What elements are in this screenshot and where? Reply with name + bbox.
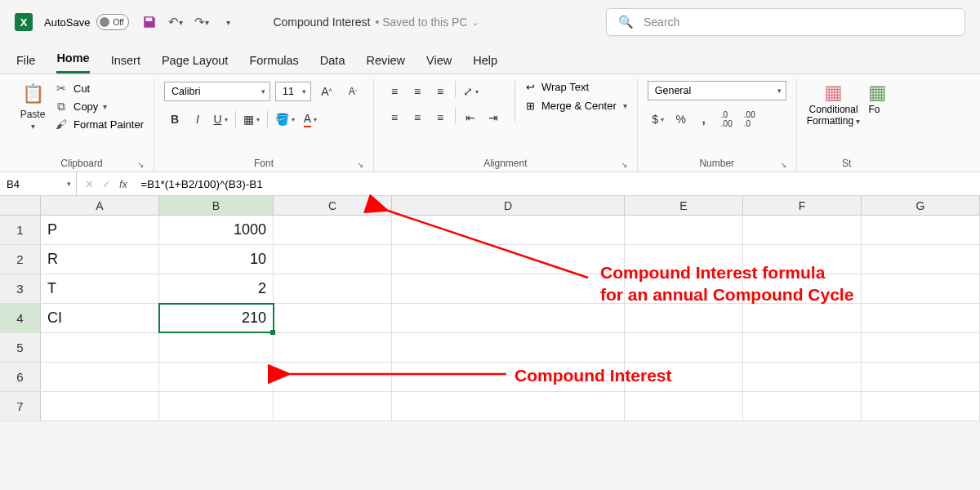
cell-D7[interactable] [392, 392, 625, 421]
search-input[interactable]: 🔍 Search [606, 8, 965, 36]
comma-style-button[interactable]: , [693, 109, 715, 130]
bold-button[interactable]: B [164, 109, 185, 130]
tab-home[interactable]: Home [56, 51, 89, 74]
wrap-text-button[interactable]: ↩Wrap Text [526, 81, 627, 93]
autosave-switch[interactable]: Off [96, 14, 129, 30]
cell-A5[interactable] [41, 333, 159, 362]
row-header-5[interactable]: 5 [0, 333, 41, 362]
cell-B3[interactable]: 2 [159, 274, 274, 303]
qat-customize-button[interactable]: ▾ [219, 13, 237, 31]
row-header-6[interactable]: 6 [0, 363, 41, 391]
autosave-toggle[interactable]: AutoSave Off [44, 14, 129, 30]
cell-B1[interactable]: 1000 [159, 216, 274, 244]
redo-button[interactable]: ↷▾ [193, 13, 211, 31]
document-title[interactable]: Compound Interest • Saved to this PC ⌵ [273, 16, 477, 29]
cell-D2[interactable] [392, 245, 625, 274]
row-header-3[interactable]: 3 [0, 274, 41, 303]
cell-B7[interactable] [159, 392, 274, 421]
cell-D4[interactable] [392, 304, 625, 332]
tab-formulas[interactable]: Formulas [249, 54, 298, 74]
cell-C7[interactable] [274, 392, 392, 421]
cell-A6[interactable] [41, 363, 159, 391]
cell-D5[interactable] [392, 333, 625, 362]
cell-B2[interactable]: 10 [159, 245, 274, 274]
cell-C2[interactable] [274, 245, 392, 274]
cell-E5[interactable] [625, 333, 743, 362]
border-button[interactable]: ▦ [240, 109, 263, 130]
cell-A1[interactable]: P [41, 216, 159, 244]
cell-G1[interactable] [862, 216, 980, 244]
font-name-combo[interactable]: Calibri [164, 82, 270, 101]
cell-A4[interactable]: CI [41, 304, 159, 332]
merge-center-button[interactable]: ⊞Merge & Center ▾ [526, 100, 627, 112]
row-header-7[interactable]: 7 [0, 392, 41, 421]
fill-handle[interactable] [270, 330, 275, 335]
increase-font-button[interactable]: A^ [316, 81, 337, 102]
format-painter-button[interactable]: 🖌Format Painter [54, 117, 144, 131]
orientation-button[interactable]: ⤢ [460, 81, 482, 102]
cell-G3[interactable] [862, 274, 980, 303]
undo-button[interactable]: ↶▾ [167, 13, 185, 31]
col-header-B[interactable]: B [159, 196, 274, 215]
cell-G4[interactable] [862, 304, 980, 332]
cell-B5[interactable] [159, 333, 274, 362]
col-header-E[interactable]: E [625, 196, 743, 215]
cell-A2[interactable]: R [41, 245, 159, 274]
formula-input[interactable]: =B1*(1+B2/100)^(B3)-B1 [136, 178, 268, 190]
tab-help[interactable]: Help [473, 54, 497, 74]
col-header-C[interactable]: C [274, 196, 392, 215]
name-box[interactable]: B4 [0, 172, 77, 195]
percent-button[interactable]: % [670, 109, 692, 130]
cell-F5[interactable] [743, 333, 862, 362]
cell-D3[interactable] [392, 274, 625, 303]
cell-F6[interactable] [743, 363, 862, 391]
increase-indent-button[interactable]: ⇥ [483, 107, 504, 128]
tab-page-layout[interactable]: Page Layout [162, 54, 228, 74]
cell-E7[interactable] [625, 392, 743, 421]
tab-file[interactable]: File [16, 54, 35, 74]
paste-button[interactable]: 📋 Paste ▾ [20, 81, 46, 131]
cut-button[interactable]: ✂Cut [54, 81, 144, 96]
tab-insert[interactable]: Insert [111, 54, 140, 74]
align-top-button[interactable]: ≡ [384, 81, 405, 102]
underline-button[interactable]: U [210, 109, 231, 130]
align-left-button[interactable]: ≡ [384, 107, 405, 128]
align-center-button[interactable]: ≡ [407, 107, 428, 128]
enter-formula-button[interactable]: ✓ [102, 178, 111, 190]
col-header-G[interactable]: G [862, 196, 980, 215]
font-size-combo[interactable]: 11 [275, 82, 311, 101]
cell-B4[interactable]: 210 [159, 304, 274, 332]
italic-button[interactable]: I [187, 109, 208, 130]
font-color-button[interactable]: A [300, 109, 321, 130]
cell-B6[interactable] [159, 363, 274, 391]
decrease-indent-button[interactable]: ⇤ [460, 107, 481, 128]
dialog-launcher-icon[interactable]: ↘ [621, 160, 627, 169]
cell-F7[interactable] [743, 392, 862, 421]
format-as-table-button[interactable]: ▦ Fo [868, 81, 886, 115]
cell-F4[interactable] [743, 304, 862, 332]
dialog-launcher-icon[interactable]: ↘ [357, 160, 363, 169]
cancel-formula-button[interactable]: ✕ [85, 178, 94, 190]
conditional-formatting-button[interactable]: ▦ Conditional Formatting ▾ [807, 81, 861, 127]
tab-view[interactable]: View [426, 54, 452, 74]
row-header-4[interactable]: 4 [0, 304, 41, 332]
cell-G2[interactable] [862, 245, 980, 274]
cell-C1[interactable] [274, 216, 392, 244]
col-header-D[interactable]: D [392, 196, 625, 215]
decrease-font-button[interactable]: Aˇ [342, 81, 363, 102]
save-button[interactable] [140, 13, 158, 31]
cell-C6[interactable] [274, 363, 392, 391]
fill-color-button[interactable]: 🪣 [272, 109, 298, 130]
cell-C3[interactable] [274, 274, 392, 303]
dialog-launcher-icon[interactable]: ↘ [780, 160, 786, 169]
copy-button[interactable]: ⧉Copy ▾ [54, 99, 144, 114]
tab-review[interactable]: Review [366, 54, 405, 74]
cell-A7[interactable] [41, 392, 159, 421]
insert-function-button[interactable]: fx [119, 178, 127, 190]
cell-G7[interactable] [862, 392, 980, 421]
cell-G5[interactable] [862, 333, 980, 362]
align-right-button[interactable]: ≡ [430, 107, 451, 128]
cell-D1[interactable] [392, 216, 625, 244]
cell-F1[interactable] [743, 216, 862, 244]
row-header-1[interactable]: 1 [0, 216, 41, 244]
